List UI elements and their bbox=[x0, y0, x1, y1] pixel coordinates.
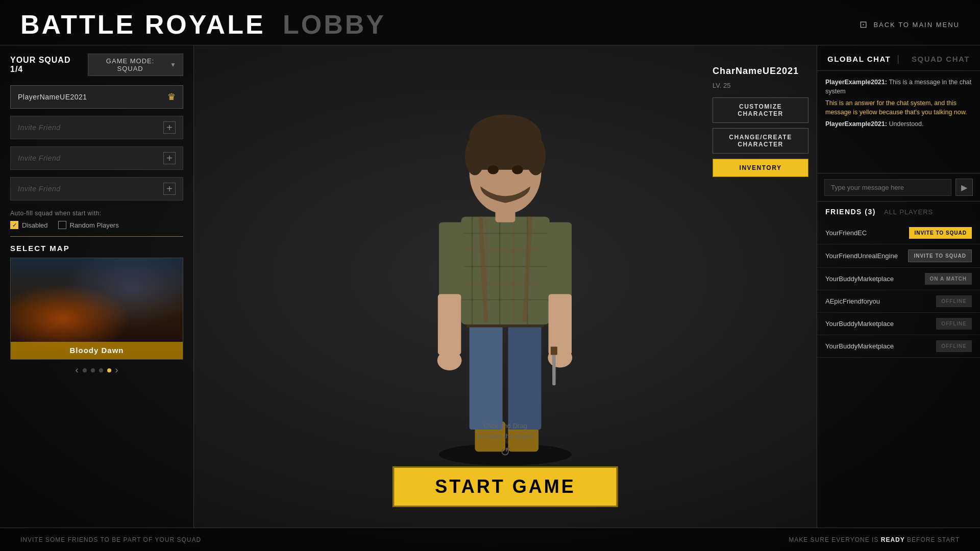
all-players-tab[interactable]: ALL PLAYERS bbox=[884, 208, 933, 216]
chevron-down-icon: ▼ bbox=[170, 61, 177, 68]
plus-icon-4: + bbox=[163, 183, 176, 195]
header: BATTLE ROYALE LOBBY ⊡ BACK TO MAIN MENU bbox=[0, 0, 980, 45]
select-map-title: SELECT MAP bbox=[10, 244, 183, 253]
svg-rect-20 bbox=[549, 294, 572, 355]
autofill-options: ✓ Disabled Random Players bbox=[10, 221, 183, 229]
back-icon: ⊡ bbox=[860, 19, 868, 30]
map-name: Bloody Dawn bbox=[69, 346, 124, 355]
svg-point-21 bbox=[437, 350, 462, 370]
invite-placeholder-4: Invite Friend bbox=[18, 185, 163, 193]
player-slot-2[interactable]: Invite Friend + bbox=[10, 116, 183, 139]
friend-row-5: YourBuddyMarketplace OFFLINE bbox=[817, 313, 980, 335]
chat-messages: PlayerExample2021: This is a message in … bbox=[817, 71, 980, 173]
svg-rect-18 bbox=[547, 222, 572, 300]
disabled-checkbox-option[interactable]: ✓ Disabled bbox=[10, 221, 48, 229]
svg-rect-23 bbox=[552, 352, 556, 385]
footer-right-text: MAKE SURE EVERYONE IS READY BEFORE START bbox=[789, 536, 960, 543]
svg-point-34 bbox=[512, 165, 523, 174]
divider bbox=[10, 236, 183, 237]
friend-row-1: YourFriendEC INVITE TO SQUAD bbox=[817, 222, 980, 244]
disabled-checkbox[interactable]: ✓ bbox=[10, 221, 18, 229]
footer-right-highlight: READY bbox=[881, 536, 905, 543]
map-prev-button[interactable]: ‹ bbox=[76, 365, 79, 375]
game-mode-label: GAME MODE: SQUAD bbox=[94, 57, 166, 72]
global-chat-tab[interactable]: GLOBAL CHAT bbox=[827, 55, 891, 63]
friend-name-5: YourBuddyMarketplace bbox=[825, 320, 931, 328]
player-slot-4[interactable]: Invite Friend + bbox=[10, 177, 183, 201]
start-game-button[interactable]: START GAME bbox=[393, 466, 618, 507]
friend-name-3: YourBuddyMarketplace bbox=[825, 275, 920, 283]
chat-message-3: PlayerExample2021: Understood. bbox=[825, 120, 972, 129]
center-area: CharNameUE2021 LV. 25 CUSTOMIZE CHARACTE… bbox=[194, 45, 817, 528]
page-dot-2[interactable] bbox=[91, 368, 95, 372]
offline-button-4: OFFLINE bbox=[936, 295, 972, 307]
footer-right-prefix: MAKE SURE EVERYONE IS bbox=[789, 536, 881, 543]
footer-right-suffix: BEFORE START bbox=[905, 536, 960, 543]
friend-row-6: YourBuddyMarketplace OFFLINE bbox=[817, 335, 980, 358]
game-mode-dropdown[interactable]: GAME MODE: SQUAD ▼ bbox=[88, 54, 183, 76]
squad-header: YOUR SQUAD 1/4 GAME MODE: SQUAD ▼ bbox=[10, 54, 183, 76]
chat-sender-1: PlayerExample2021: bbox=[825, 79, 889, 86]
invite-placeholder-3: Invite Friend bbox=[18, 154, 163, 162]
page-dot-4[interactable] bbox=[107, 368, 111, 372]
friends-section: FRIENDS (3) ALL PLAYERS YourFriendEC INV… bbox=[817, 201, 980, 528]
chat-text-2: This is an answer for the chat system, a… bbox=[825, 99, 967, 116]
friend-row-3: YourBuddyMarketplace ON A MATCH bbox=[817, 268, 980, 290]
footer: INVITE SOME FRIENDS TO BE PART OF YOUR S… bbox=[0, 528, 980, 551]
svg-point-31 bbox=[465, 137, 485, 176]
invite-squad-button-2[interactable]: INVITE TO SQUAD bbox=[908, 249, 972, 262]
chat-input[interactable] bbox=[824, 179, 951, 196]
back-label: BACK TO MAIN MENU bbox=[873, 21, 960, 29]
random-players-checkbox[interactable] bbox=[58, 221, 66, 229]
chat-message-2: This is an answer for the chat system, a… bbox=[825, 99, 972, 117]
plus-icon-3: + bbox=[163, 152, 176, 164]
friend-name-2: YourFriendUnrealEngine bbox=[825, 252, 903, 260]
rotate-hint: Click and Drag to rotate the player ↺ bbox=[478, 421, 533, 461]
offline-button-6: OFFLINE bbox=[936, 340, 972, 352]
chat-tab-divider: | bbox=[897, 54, 899, 64]
friend-name-4: AEpicFriendforyou bbox=[825, 297, 931, 305]
squad-chat-tab[interactable]: SQUAD CHAT bbox=[912, 55, 970, 63]
title-part1: BATTLE ROYALE bbox=[20, 10, 265, 39]
rotate-hint-line1: Click and Drag bbox=[483, 422, 527, 430]
random-players-label: Random Players bbox=[70, 221, 119, 229]
back-to-main-button[interactable]: ⊡ BACK TO MAIN MENU bbox=[860, 19, 960, 30]
rotate-hint-line2: to rotate the player bbox=[478, 432, 533, 440]
chat-text-3: Understood. bbox=[889, 120, 923, 128]
disabled-label: Disabled bbox=[22, 221, 48, 229]
page-title: BATTLE ROYALE LOBBY bbox=[20, 9, 386, 40]
friends-title: FRIENDS (3) bbox=[825, 208, 876, 216]
map-pagination: ‹ › bbox=[10, 365, 183, 375]
map-preview: Bloody Dawn bbox=[10, 258, 183, 360]
crown-icon: ♛ bbox=[167, 91, 176, 103]
chat-input-area: ▶ bbox=[817, 173, 980, 201]
player-name: PlayerNameUE2021 bbox=[18, 93, 167, 101]
friends-header: FRIENDS (3) ALL PLAYERS bbox=[817, 202, 980, 222]
character-svg bbox=[194, 45, 817, 477]
left-panel: YOUR SQUAD 1/4 GAME MODE: SQUAD ▼ Player… bbox=[0, 45, 194, 528]
character-display bbox=[194, 45, 817, 477]
friend-name-1: YourFriendEC bbox=[825, 229, 904, 237]
player-slot-3[interactable]: Invite Friend + bbox=[10, 146, 183, 170]
plus-icon-2: + bbox=[163, 121, 176, 134]
squad-title: YOUR SQUAD 1/4 bbox=[10, 56, 82, 74]
friend-name-6: YourBuddyMarketplace bbox=[825, 342, 931, 350]
map-next-button[interactable]: › bbox=[115, 365, 118, 375]
svg-rect-19 bbox=[438, 294, 461, 355]
right-panel: GLOBAL CHAT | SQUAD CHAT PlayerExample20… bbox=[817, 45, 980, 528]
title-part2: LOBBY bbox=[283, 10, 386, 39]
select-map-section: SELECT MAP Bloody Dawn ‹ › bbox=[10, 244, 183, 375]
send-icon: ▶ bbox=[961, 183, 967, 192]
chat-message-1: PlayerExample2021: This is a message in … bbox=[825, 78, 972, 96]
chat-send-button[interactable]: ▶ bbox=[955, 179, 973, 196]
random-players-checkbox-option[interactable]: Random Players bbox=[58, 221, 119, 229]
page-dot-1[interactable] bbox=[83, 368, 87, 372]
svg-rect-24 bbox=[551, 346, 557, 355]
svg-point-33 bbox=[487, 165, 499, 174]
autofill-label: Auto-fill squad when start with: bbox=[10, 210, 183, 217]
invite-squad-button-1[interactable]: INVITE TO SQUAD bbox=[909, 227, 972, 239]
friends-list: YourFriendEC INVITE TO SQUAD YourFriendU… bbox=[817, 222, 980, 528]
svg-point-32 bbox=[526, 137, 546, 176]
page-dot-3[interactable] bbox=[99, 368, 103, 372]
chat-sender-3: PlayerExample2021: bbox=[825, 120, 889, 128]
